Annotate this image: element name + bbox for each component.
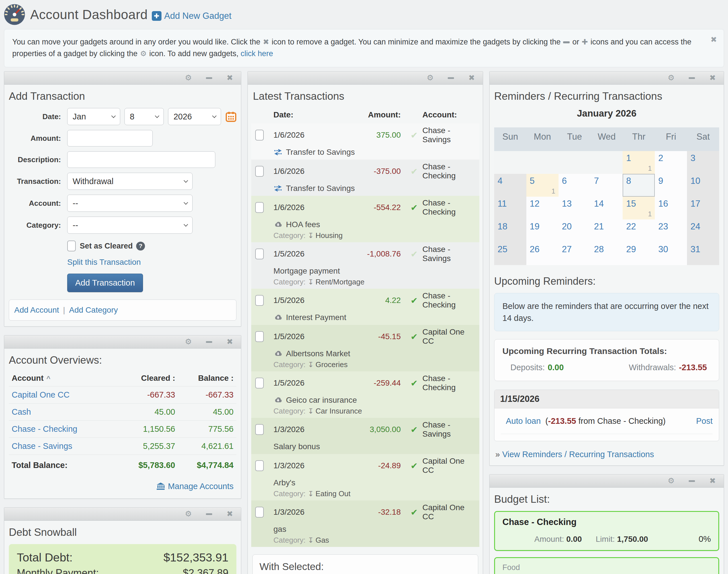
split-transaction-link[interactable]: Split this Transaction xyxy=(67,258,141,266)
gear-icon[interactable]: ⚙ xyxy=(185,338,192,346)
calendar-day[interactable]: 29 xyxy=(623,242,655,265)
gear-icon[interactable]: ⚙ xyxy=(185,74,192,82)
gadget-titlebar[interactable]: ⚙ ✖ xyxy=(4,335,241,348)
gadget-titlebar[interactable]: ⚙ ✖ xyxy=(248,72,483,85)
transaction-row[interactable]: 1/3/2026 -32.18 ✔ Capital One CC gas Cat… xyxy=(251,500,480,547)
account-link[interactable]: Chase - Checking xyxy=(12,424,120,434)
budget-item[interactable]: Food Eating Out Amount:0.00 Limit:130.00… xyxy=(494,557,719,574)
category-select[interactable]: -- xyxy=(67,217,192,234)
calendar-day[interactable]: 22 xyxy=(623,219,655,242)
transaction-type-select[interactable]: Withdrawal xyxy=(67,173,192,190)
transaction-row[interactable]: 1/3/2026 -24.89 ✔ Capital One CC Arby's … xyxy=(251,454,480,500)
calendar-day[interactable]: 11 xyxy=(494,197,526,219)
close-icon[interactable]: ✖ xyxy=(468,74,475,82)
calendar-day[interactable]: 26 xyxy=(526,242,558,265)
gear-icon[interactable]: ⚙ xyxy=(668,477,675,485)
calendar-day[interactable]: 19 xyxy=(526,219,558,242)
minimize-icon[interactable] xyxy=(206,513,212,515)
transaction-row[interactable]: 1/3/2026 3,050.00 ✔ Chase - Savings Sala… xyxy=(251,418,480,454)
calendar-day[interactable]: 151 xyxy=(623,197,655,219)
calendar-day[interactable]: 12 xyxy=(526,197,558,219)
transaction-row[interactable]: 1/5/2026 4.22 ✔ Chase - Checking Interes… xyxy=(251,289,480,325)
row-checkbox[interactable] xyxy=(255,507,264,518)
row-checkbox[interactable] xyxy=(255,424,264,435)
year-select[interactable]: 2026 xyxy=(168,108,221,125)
month-select[interactable]: Jan xyxy=(67,108,120,125)
calendar-day[interactable]: 14 xyxy=(591,197,623,219)
transaction-row[interactable]: 1/5/2026 -45.15 ✔ Capital One CC Alberts… xyxy=(251,325,480,371)
calendar-day[interactable]: 24 xyxy=(687,219,719,242)
row-checkbox[interactable] xyxy=(255,130,264,140)
budget-item[interactable]: Chase - Checking Amount:0.00 Limit:1,750… xyxy=(494,511,719,551)
transaction-row[interactable]: 1/6/2026 375.00 ✔ Chase - Savings Transf… xyxy=(251,123,480,160)
gear-icon[interactable]: ⚙ xyxy=(427,74,434,82)
calendar-day[interactable]: 11 xyxy=(623,151,655,174)
account-link[interactable]: Chase - Savings xyxy=(12,442,120,451)
manage-accounts-link[interactable]: Manage Accounts xyxy=(12,482,234,491)
calendar-day[interactable]: 31 xyxy=(687,242,719,265)
amount-field[interactable] xyxy=(67,130,153,147)
add-account-link[interactable]: Add Account xyxy=(14,305,59,314)
banner-close-icon[interactable]: ✖ xyxy=(710,34,717,46)
row-checkbox[interactable] xyxy=(255,202,264,213)
calendar-day[interactable]: 10 xyxy=(687,174,719,197)
gadget-titlebar[interactable]: ⚙ ✖ xyxy=(490,72,724,85)
add-category-link[interactable]: Add Category xyxy=(69,305,118,314)
click-here-link[interactable]: click here xyxy=(241,49,273,58)
gadget-titlebar[interactable]: ⚙ ✖ xyxy=(4,507,241,521)
close-icon[interactable]: ✖ xyxy=(226,74,233,82)
auto-loan-link[interactable]: Auto loan xyxy=(506,416,541,426)
close-icon[interactable]: ✖ xyxy=(226,510,233,518)
add-new-gadget-link[interactable]: ✚ Add New Gadget xyxy=(152,11,232,21)
description-field[interactable] xyxy=(67,151,215,168)
row-checkbox[interactable] xyxy=(255,331,264,342)
day-select[interactable]: 8 xyxy=(125,108,164,125)
column-cleared[interactable]: Cleared : xyxy=(120,374,175,383)
transaction-row[interactable]: 1/5/2026 -259.44 ✔ Chase - Checking Geic… xyxy=(251,371,480,418)
row-checkbox[interactable] xyxy=(255,460,264,471)
row-checkbox[interactable] xyxy=(255,295,264,306)
account-link[interactable]: Cash xyxy=(12,407,120,417)
calendar-day[interactable]: 20 xyxy=(558,219,591,242)
post-link[interactable]: Post xyxy=(696,416,713,426)
transaction-row[interactable]: 1/5/2026 -1,008.76 ✔ Chase - Savings Mor… xyxy=(251,242,480,289)
calendar-day[interactable]: 17 xyxy=(687,197,719,219)
calendar-day[interactable]: 18 xyxy=(494,219,526,242)
add-transaction-button[interactable]: Add Transaction xyxy=(67,274,143,292)
calendar-day[interactable]: 2 xyxy=(655,151,687,174)
row-checkbox[interactable] xyxy=(255,249,264,259)
calendar-day[interactable]: 21 xyxy=(591,219,623,242)
account-link[interactable]: Capital One CC xyxy=(12,390,120,400)
datepicker-calendar-icon[interactable] xyxy=(226,110,236,123)
calendar-day[interactable]: 30 xyxy=(655,242,687,265)
set-as-cleared-checkbox[interactable] xyxy=(67,241,76,251)
calendar-day[interactable]: 4 xyxy=(494,174,526,197)
calendar-day[interactable]: 13 xyxy=(558,197,591,219)
help-question-icon[interactable]: ? xyxy=(136,242,145,250)
calendar-day[interactable]: 16 xyxy=(655,197,687,219)
gadget-titlebar[interactable]: ⚙ ✖ xyxy=(490,475,724,488)
minimize-icon[interactable] xyxy=(689,480,695,482)
row-checkbox[interactable] xyxy=(255,166,264,177)
calendar-day[interactable]: 25 xyxy=(494,242,526,265)
view-reminders-link[interactable]: » View Reminders / Recurring Transaction… xyxy=(495,450,718,459)
minimize-icon[interactable] xyxy=(206,77,212,79)
minimize-icon[interactable] xyxy=(206,341,212,343)
calendar-day[interactable]: 7 xyxy=(591,174,623,197)
close-icon[interactable]: ✖ xyxy=(226,338,233,346)
close-icon[interactable]: ✖ xyxy=(709,74,716,82)
gadget-titlebar[interactable]: ⚙ ✖ xyxy=(4,72,241,85)
gear-icon[interactable]: ⚙ xyxy=(185,510,192,518)
transaction-row[interactable]: 1/6/2026 -375.00 ✔ Chase - Checking Tran… xyxy=(251,160,480,196)
minimize-icon[interactable] xyxy=(448,77,454,79)
minimize-icon[interactable] xyxy=(689,77,695,79)
calendar-day[interactable]: 3 xyxy=(687,151,719,174)
row-checkbox[interactable] xyxy=(255,378,264,388)
calendar-day[interactable]: 23 xyxy=(655,219,687,242)
calendar-day[interactable]: 51 xyxy=(526,174,558,197)
account-select[interactable]: -- xyxy=(67,195,192,212)
gear-icon[interactable]: ⚙ xyxy=(668,74,675,82)
calendar-day[interactable]: 27 xyxy=(558,242,591,265)
calendar-day[interactable]: 9 xyxy=(655,174,687,197)
calendar-day-today[interactable]: 8 xyxy=(623,174,655,197)
